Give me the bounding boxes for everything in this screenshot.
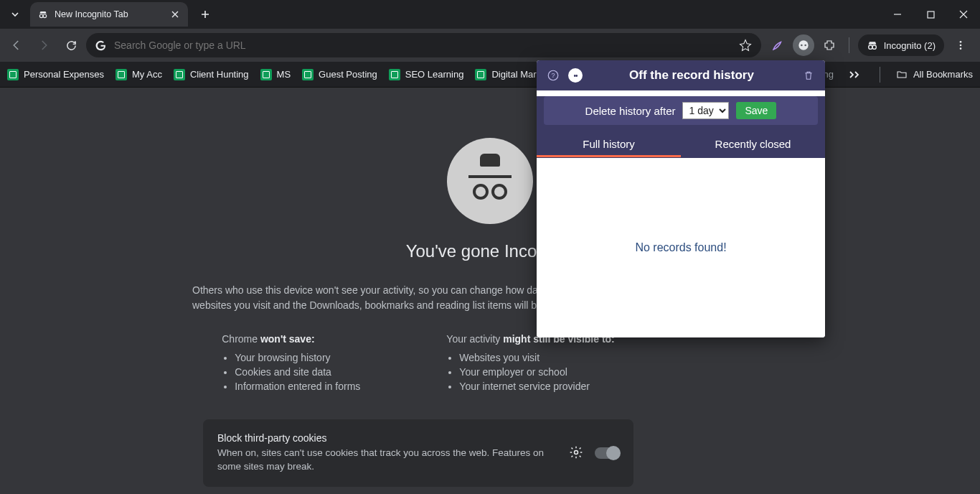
all-bookmarks-label: All Bookmarks (913, 69, 973, 80)
divider (849, 37, 849, 53)
list-item: Your browsing history (235, 352, 360, 363)
reload-button[interactable] (59, 33, 83, 57)
sheets-icon (260, 69, 272, 80)
address-input[interactable] (114, 39, 731, 51)
extension-feather-icon[interactable] (767, 34, 788, 56)
delete-after-select[interactable]: 1 day (682, 102, 729, 119)
tab-search-button[interactable] (3, 3, 27, 26)
tab-recently-closed[interactable]: Recently closed (681, 131, 825, 157)
bookmark-label: SEO Learning (405, 69, 464, 80)
cookie-toggle[interactable] (595, 447, 619, 459)
extensions-area: Incognito (2) (764, 33, 976, 57)
omnibox[interactable] (86, 33, 761, 57)
popup-header: ? Off the record history (537, 60, 825, 90)
svg-point-4 (801, 45, 803, 47)
bookmarks-overflow-button[interactable] (845, 65, 864, 84)
svg-point-10 (960, 47, 962, 50)
google-g-icon (95, 39, 107, 52)
svg-point-8 (960, 41, 962, 43)
incognito-hero-icon (447, 138, 533, 224)
minimize-button[interactable] (881, 0, 914, 29)
sheets-icon (475, 69, 486, 80)
trash-icon[interactable] (801, 67, 816, 83)
cookie-card: Block third-party cookies When on, sites… (203, 419, 633, 487)
svg-point-3 (798, 40, 808, 50)
bookmark-item[interactable]: SEO Learning (389, 69, 464, 80)
browser-tab[interactable]: New Incognito Tab (30, 2, 188, 27)
save-button[interactable]: Save (736, 102, 776, 119)
list-item: Your employer or school (459, 366, 614, 378)
sheets-icon (389, 69, 400, 80)
chrome-menu-button[interactable] (948, 33, 973, 57)
empty-state-text: No records found! (635, 241, 726, 254)
bookmark-label: Guest Posting (319, 69, 377, 80)
svg-point-5 (804, 45, 806, 47)
svg-point-11 (575, 450, 578, 454)
popup-body: No records found! (537, 158, 825, 337)
page-content: You've gone Incognito Others who use thi… (0, 88, 980, 494)
extension-off-record-icon[interactable] (793, 34, 814, 56)
tab-full-history[interactable]: Full history (537, 131, 681, 157)
svg-text:?: ? (551, 72, 555, 79)
svg-point-1 (43, 14, 47, 18)
popup-delete-row: Delete history after 1 day Save (544, 96, 818, 125)
svg-point-0 (39, 14, 43, 18)
cookie-card-subtitle: When on, sites can't use cookies that tr… (217, 447, 559, 474)
bookmark-label: Client Hunting (190, 69, 249, 80)
window-controls (881, 0, 980, 29)
bookmark-label: MS (277, 69, 291, 80)
close-tab-button[interactable] (169, 9, 181, 20)
maximize-button[interactable] (914, 0, 947, 29)
list-item: Your internet service provider (459, 381, 614, 392)
tab-title: New Incognito Tab (55, 9, 164, 19)
incognito-badge-label: Incognito (2) (884, 40, 936, 51)
popup-logo-icon (568, 68, 583, 83)
bookmark-item[interactable]: MS (260, 69, 291, 80)
incognito-badge[interactable]: Incognito (2) (858, 34, 944, 56)
list-item: Information entered in forms (235, 381, 360, 392)
divider (880, 67, 880, 83)
incognito-icon (867, 39, 878, 51)
new-tab-button[interactable] (195, 4, 215, 24)
bookmark-item[interactable]: My Acc (116, 69, 162, 80)
sheets-icon (174, 69, 185, 80)
forward-button[interactable] (32, 33, 56, 57)
popup-tabs: Full history Recently closed (537, 131, 825, 157)
wont-save-column: Chrome won't save: Your browsing history… (222, 333, 360, 395)
bookmark-star-icon[interactable] (738, 38, 753, 52)
close-window-button[interactable] (947, 0, 980, 29)
toolbar: Incognito (2) (0, 29, 980, 62)
bookmark-item[interactable]: Personal Expenses (7, 69, 104, 80)
bookmark-item[interactable]: Guest Posting (302, 69, 377, 80)
svg-point-7 (872, 45, 876, 49)
bookmark-item[interactable]: Client Hunting (174, 69, 249, 80)
back-button[interactable] (4, 33, 29, 57)
incognito-icon (37, 9, 49, 20)
folder-icon (896, 69, 908, 80)
all-bookmarks-button[interactable]: All Bookmarks (896, 69, 973, 80)
bookmarks-bar: Personal Expenses My Acc Client Hunting … (0, 62, 980, 88)
svg-point-9 (960, 45, 962, 47)
titlebar: New Incognito Tab (0, 0, 980, 29)
popup-title: Off the record history (590, 68, 793, 83)
gear-icon[interactable] (569, 445, 585, 461)
svg-point-6 (868, 45, 872, 49)
delete-after-label: Delete history after (585, 105, 676, 117)
sheets-icon (302, 69, 314, 80)
svg-rect-2 (928, 11, 934, 18)
visible-to-column: Your activity might still be visible to:… (446, 333, 614, 395)
cookie-card-title: Block third-party cookies (217, 432, 559, 444)
sheets-icon (7, 69, 19, 80)
list-item: Websites you visit (459, 352, 614, 363)
extensions-puzzle-icon[interactable] (819, 34, 840, 56)
help-icon[interactable]: ? (545, 67, 561, 83)
list-item: Cookies and site data (235, 366, 360, 378)
extension-popup: ? Off the record history Delete history … (537, 60, 825, 337)
sheets-icon (116, 69, 127, 80)
bookmark-label: Personal Expenses (24, 69, 104, 80)
bookmark-label: My Acc (132, 69, 162, 80)
